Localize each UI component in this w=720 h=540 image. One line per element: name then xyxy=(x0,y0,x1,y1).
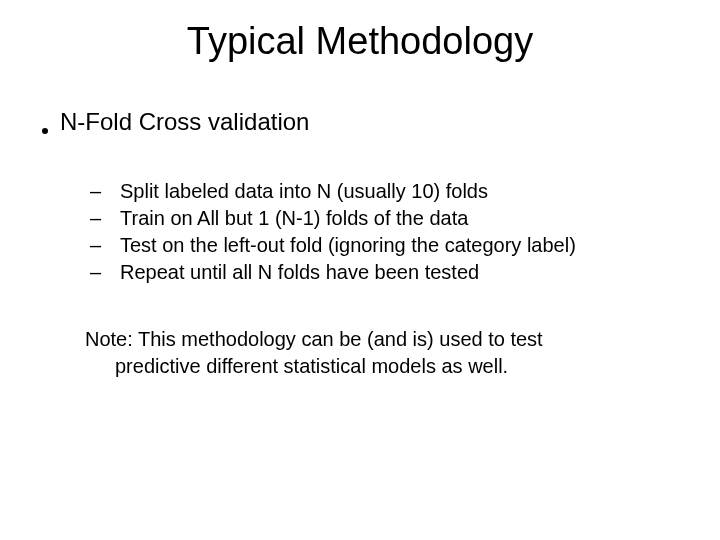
bullet-item: N-Fold Cross validation xyxy=(30,108,690,138)
dash-icon: – xyxy=(90,232,120,259)
slide-title: Typical Methodology xyxy=(0,20,720,63)
dash-icon: – xyxy=(90,178,120,205)
dash-icon: – xyxy=(90,205,120,232)
bullet-dot-icon xyxy=(30,108,60,138)
dash-icon: – xyxy=(90,259,120,286)
note-text: Note: This methodology can be (and is) u… xyxy=(30,326,690,380)
sub-bullet-text: Test on the left-out fold (ignoring the … xyxy=(120,232,576,259)
sub-bullet-item: – Split labeled data into N (usually 10)… xyxy=(90,178,690,205)
bullet-text: N-Fold Cross validation xyxy=(60,108,309,136)
sub-bullet-item: – Train on All but 1 (N-1) folds of the … xyxy=(90,205,690,232)
sub-bullet-item: – Repeat until all N folds have been tes… xyxy=(90,259,690,286)
sub-bullet-text: Split labeled data into N (usually 10) f… xyxy=(120,178,488,205)
sub-bullet-text: Repeat until all N folds have been teste… xyxy=(120,259,479,286)
note-line: Note: This methodology can be (and is) u… xyxy=(85,326,650,353)
slide-content: N-Fold Cross validation – Split labeled … xyxy=(0,108,720,380)
sub-bullet-list: – Split labeled data into N (usually 10)… xyxy=(30,178,690,286)
sub-bullet-item: – Test on the left-out fold (ignoring th… xyxy=(90,232,690,259)
sub-bullet-text: Train on All but 1 (N-1) folds of the da… xyxy=(120,205,468,232)
note-line: predictive different statistical models … xyxy=(85,353,650,380)
